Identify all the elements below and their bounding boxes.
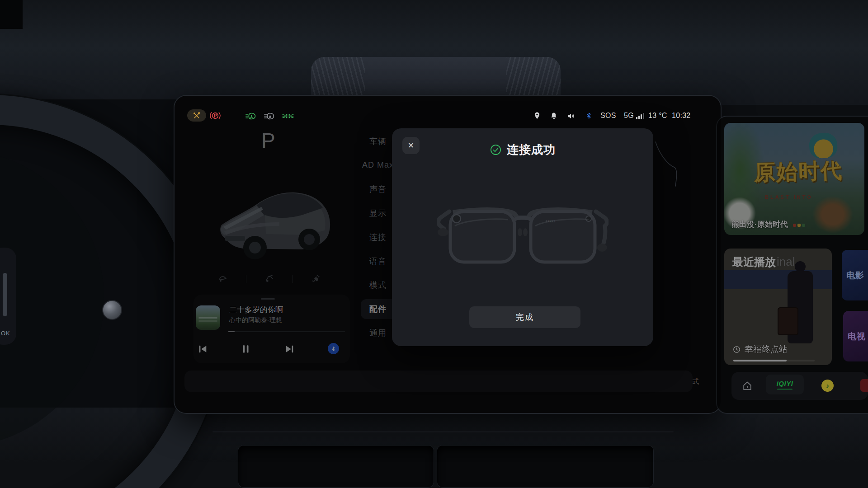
center-display: SOS 5G 13 °C 10:32 P [175,96,721,413]
dashboard-speaker-hump [311,57,561,100]
service-tools-icon [192,111,201,120]
air-vent-left [238,446,434,487]
glasses-brand-text: ZEISS [546,220,556,223]
speaker-grille-left [311,57,365,100]
auto-headlight-off-icon [263,111,275,121]
sos-label[interactable]: SOS [600,112,616,120]
interior-shadow [0,0,23,29]
success-check-icon [490,144,502,156]
smart-glasses-image [437,194,609,269]
connection-success-modal: × 连接成功 [392,128,653,346]
outside-temperature: 13 °C [648,112,667,120]
speaker-grille-right [506,57,561,100]
bluetooth-icon [585,111,593,121]
notification-bell-icon [549,111,558,121]
auto-headlight-on-icon [245,111,257,121]
dashboard-trim-line [212,431,674,432]
modal-header: 连接成功 [392,142,653,158]
volume-icon [566,112,576,121]
accessories-page-glasses-arm [654,140,681,190]
position-lamp-icon [282,111,294,121]
steering-ok-button[interactable]: OK [1,330,10,337]
location-icon [533,111,542,121]
signal-bars-icon [636,113,644,119]
modal-title: 连接成功 [507,142,556,158]
service-mode-badge [187,109,206,122]
cabin-scene: OK [0,0,868,488]
status-clock: 10:32 [672,112,691,120]
passenger-dim-layer [717,117,868,413]
steering-control-slider[interactable] [3,273,7,316]
steering-roller-knob[interactable] [102,300,122,320]
parking-brake-warning-icon [209,111,221,121]
passenger-display: 原始时代 BLAST INTO 熊出没·原始时代 最近播放inal 幸福终点站 [717,117,868,413]
done-button[interactable]: 完成 [469,306,580,328]
air-vent-right [437,446,653,487]
network-label: 5G [624,112,634,120]
